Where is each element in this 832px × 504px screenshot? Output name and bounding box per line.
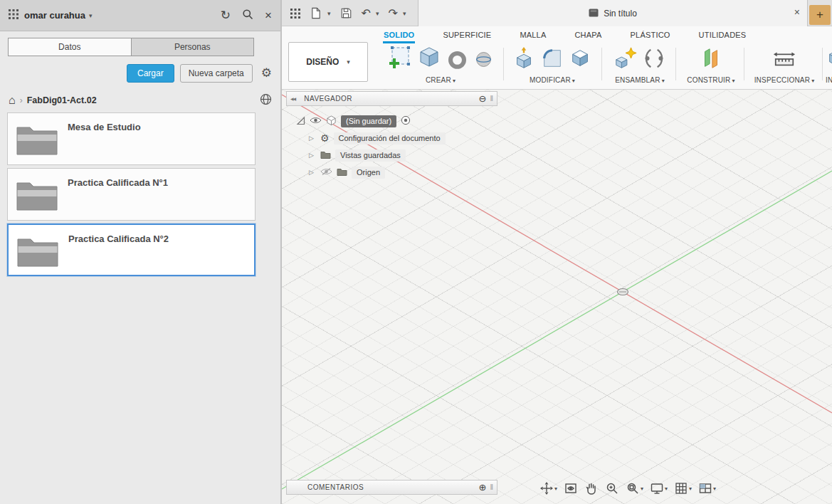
tree-row-named-views[interactable]: ▷ Vistas guardadas: [286, 147, 497, 164]
measure-icon[interactable]: [772, 46, 796, 73]
plus-icon: +: [816, 8, 823, 22]
app-grid-icon[interactable]: [9, 9, 19, 22]
home-icon[interactable]: ⌂: [9, 95, 16, 106]
group-ensamblar: ENSAMBLAR▾: [606, 43, 673, 84]
tab-personas[interactable]: Personas: [132, 38, 255, 56]
insert-icon[interactable]: [826, 46, 832, 73]
group-separator: [601, 48, 602, 80]
folder-icon: [16, 179, 58, 214]
document-node-label[interactable]: (Sin guardar): [341, 115, 396, 127]
ribbon-tab-chapa[interactable]: CHAPA: [574, 29, 602, 43]
group-label-modificar[interactable]: MODIFICAR▾: [508, 76, 596, 84]
breadcrumb-project[interactable]: FabDig01-Act.02: [27, 95, 97, 105]
pan-button[interactable]: [584, 481, 599, 495]
tree-row-origin[interactable]: ▷ Origen: [286, 164, 497, 181]
comments-header[interactable]: COMENTARIOS ⊕ ‖: [286, 480, 497, 495]
ribbon-tab-solido[interactable]: SOLIDO: [383, 29, 415, 43]
press-pull-icon[interactable]: [512, 46, 536, 73]
ribbon-tab-plastico[interactable]: PLÁSTICO: [630, 29, 671, 43]
refresh-button[interactable]: ↻: [221, 9, 231, 21]
tree-node-label[interactable]: Configuración del documento: [334, 132, 446, 145]
group-label-ensamblar[interactable]: ENSAMBLAR▾: [606, 76, 673, 84]
tab-datos[interactable]: Datos: [8, 38, 132, 56]
chevron-down-icon: ▾: [403, 10, 406, 17]
fillet-icon[interactable]: [540, 46, 564, 73]
chevron-down-icon: ▾: [572, 78, 575, 84]
group-separator: [822, 48, 823, 80]
data-panel-tabs: Datos Personas: [8, 38, 254, 56]
close-panel-button[interactable]: ×: [265, 9, 272, 21]
tree-node-label[interactable]: Vistas guardadas: [335, 149, 406, 162]
joint-icon[interactable]: [642, 46, 666, 73]
group-separator: [744, 48, 744, 80]
create-sketch-icon[interactable]: [386, 45, 412, 73]
close-document-icon[interactable]: ×: [794, 6, 800, 18]
undo-button[interactable]: ↶ ▾: [362, 8, 379, 19]
expander-icon[interactable]: ▷: [309, 135, 316, 142]
chevron-down-icon: ▾: [665, 485, 668, 492]
zoom-button[interactable]: [605, 481, 619, 495]
ribbon-tab-malla[interactable]: MALLA: [519, 29, 547, 43]
grid-snap-button[interactable]: ▾: [674, 481, 692, 495]
panel-grip[interactable]: ‖: [490, 95, 493, 103]
3d-viewport[interactable]: ◀◀ NAVEGADOR ⊖ ‖: [282, 90, 832, 504]
file-menu-button[interactable]: ▾: [310, 6, 331, 20]
chevron-down-icon: ▾: [376, 10, 379, 17]
upload-button[interactable]: Cargar: [127, 64, 174, 83]
shell-icon[interactable]: [569, 46, 593, 73]
chevron-down-icon: ▾: [327, 10, 331, 17]
app-launcher-icon[interactable]: [290, 9, 300, 19]
collapse-panel-icon[interactable]: ◀◀: [290, 96, 295, 101]
extrude-icon[interactable]: [416, 45, 442, 73]
tree-row-document[interactable]: (Sin guardar): [286, 112, 497, 130]
new-document-tab-button[interactable]: +: [809, 5, 831, 25]
hide-all-icon[interactable]: ⊖: [479, 94, 487, 103]
tree-node-label[interactable]: Origen: [352, 167, 385, 179]
document-tab-title: Sin título: [604, 9, 637, 19]
group-label-inspeccionar[interactable]: INSPECCIONAR▾: [749, 76, 820, 84]
browser-header[interactable]: ◀◀ NAVEGADOR ⊖ ‖: [286, 91, 497, 106]
list-item-folder[interactable]: Mesa de Estudio: [7, 112, 256, 165]
user-menu[interactable]: omar curahua: [24, 10, 85, 21]
save-button[interactable]: [340, 7, 352, 19]
ribbon-tab-utilidades[interactable]: UTILIDADES: [698, 29, 747, 43]
list-item-folder-selected[interactable]: Practica Calificada N°2: [7, 224, 256, 276]
search-button[interactable]: [242, 9, 253, 23]
folder-icon: [16, 124, 58, 158]
display-settings-button[interactable]: ▾: [650, 481, 668, 495]
group-inspeccionar: INSPECCIONAR▾: [749, 43, 820, 84]
add-comment-icon[interactable]: ⊕: [479, 483, 487, 492]
group-label-crear[interactable]: CREAR▾: [381, 76, 500, 84]
activate-radio-icon[interactable]: [401, 115, 411, 127]
new-component-icon[interactable]: [614, 46, 638, 73]
eye-hidden-icon[interactable]: [320, 167, 332, 177]
folder-title: Practica Calificada N°1: [68, 177, 168, 188]
eye-visible-icon[interactable]: [310, 116, 322, 126]
redo-button[interactable]: ↷ ▾: [388, 8, 406, 19]
document-tab[interactable]: Sin título ×: [418, 0, 808, 26]
panel-grip[interactable]: ‖: [490, 483, 493, 491]
workspace-selector[interactable]: DISEÑO ▾: [288, 42, 368, 82]
breadcrumb-separator: ›: [20, 95, 23, 105]
document-cube-icon: [326, 115, 337, 127]
settings-gear-icon[interactable]: ⚙: [261, 65, 272, 80]
expander-icon[interactable]: ▷: [309, 169, 316, 176]
expander-icon[interactable]: ▷: [309, 152, 316, 159]
list-item-folder[interactable]: Practica Calificada N°1: [7, 168, 256, 221]
orbit-button[interactable]: ▾: [539, 481, 557, 495]
sweep-sphere-icon[interactable]: [473, 48, 495, 73]
group-label-construir[interactable]: CONSTRUIR▾: [680, 76, 742, 84]
look-at-button[interactable]: [564, 481, 578, 495]
viewports-button[interactable]: ▾: [698, 481, 716, 495]
ribbon-tab-superficie[interactable]: SUPERFICIE: [442, 29, 492, 43]
fit-button[interactable]: ▾: [626, 481, 643, 495]
group-separator: [675, 48, 676, 80]
group-label-insertar[interactable]: INSERTAR▾: [826, 76, 832, 84]
revolve-icon[interactable]: [446, 48, 468, 73]
chevron-down-icon: ▾: [89, 12, 93, 19]
document-icon: [589, 7, 599, 20]
tree-row-document-settings[interactable]: ▷ ⚙ Configuración del documento: [286, 130, 497, 147]
web-globe-icon[interactable]: [260, 93, 272, 108]
construct-plane-icon[interactable]: [699, 46, 723, 73]
new-folder-button[interactable]: Nueva carpeta: [180, 64, 253, 83]
